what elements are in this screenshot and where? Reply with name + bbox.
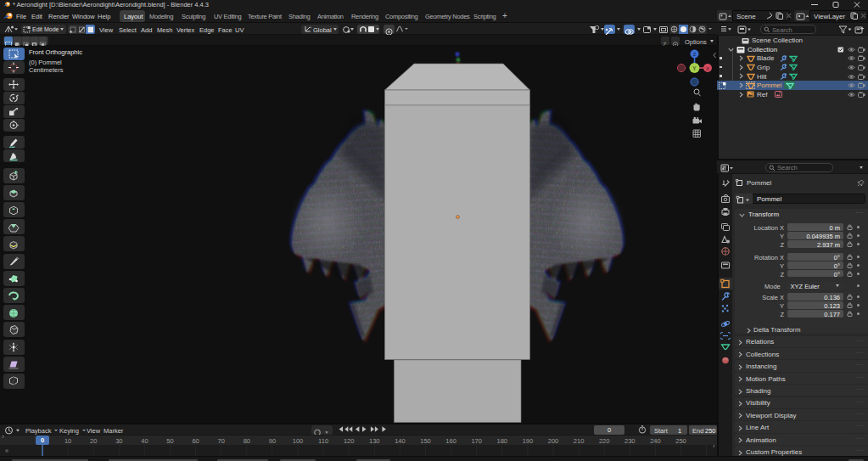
svg-text:Y: Y — [692, 65, 697, 71]
svg-text:Z: Z — [693, 52, 697, 57]
svg-text:X: X — [706, 66, 709, 71]
